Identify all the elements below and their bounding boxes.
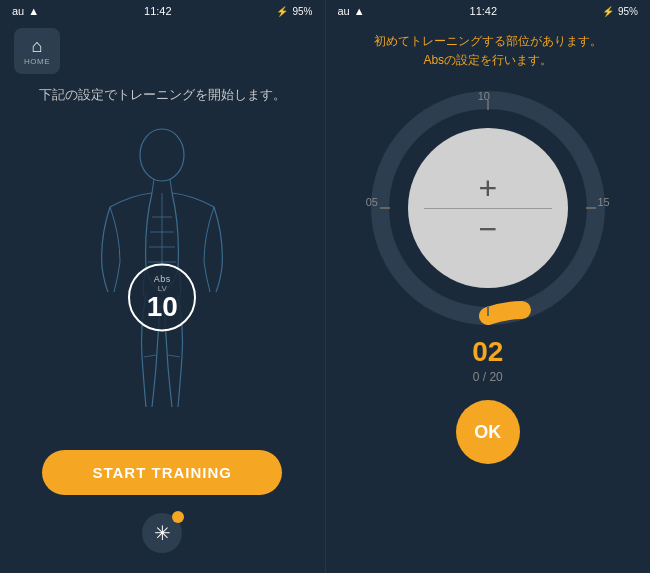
body-figure-container: Abs LV 10 [0,104,325,450]
home-label: HOME [24,57,50,66]
dial-minus-button[interactable]: − [478,213,497,245]
status-right-left: ⚡ 95% [276,6,312,17]
bt-icon-right: ⚡ [602,6,614,17]
right-message-line1: 初めてトレーニングする部位があります。 [374,34,602,48]
right-message-highlight: Abs [423,53,444,67]
svg-line-1 [152,179,154,193]
abs-level-value: 10 [147,293,178,321]
battery-left: 95% [292,6,312,17]
dial-container: 05 10 15 + − [368,88,608,328]
status-right-right: ⚡ 95% [602,6,638,17]
svg-line-8 [144,355,156,357]
bt-icon-left: ⚡ [276,6,288,17]
svg-line-2 [170,179,172,193]
dial-divider [424,208,552,209]
status-bar-right: au ▲ 11:42 ⚡ 95% [326,0,651,22]
ok-button[interactable]: OK [456,400,520,464]
progress-text: 0 / 20 [473,370,503,384]
current-value: 02 [472,336,503,368]
achievement-icon[interactable]: ✳ [142,513,182,553]
tick-label-15: 15 [598,196,610,208]
home-icon: ⌂ [32,36,43,57]
svg-point-0 [140,129,184,181]
carrier-left: au [12,5,24,17]
right-panel: au ▲ 11:42 ⚡ 95% 初めてトレーニングする部位があります。 Abs… [326,0,651,573]
time-left: 11:42 [144,5,172,17]
right-message-suffix: の設定を行います。 [444,53,552,67]
right-message: 初めてトレーニングする部位があります。 Absの設定を行います。 [374,32,602,70]
status-left: au ▲ [12,5,39,17]
battery-right: 95% [618,6,638,17]
carrier-right: au [338,5,350,17]
svg-line-9 [168,355,180,357]
tick-label-10: 10 [478,90,490,102]
status-bar-left: au ▲ 11:42 ⚡ 95% [0,0,325,22]
dial-plus-button[interactable]: + [478,172,497,204]
abs-badge-label: Abs [154,274,171,284]
tick-label-05: 05 [366,196,378,208]
time-right: 11:42 [470,5,498,17]
left-subtitle: 下記の設定でトレーニングを開始します。 [39,86,286,104]
left-panel: au ▲ 11:42 ⚡ 95% ⌂ HOME 下記の設定でトレーニングを開始し… [0,0,325,573]
dial-inner: + − [408,128,568,288]
right-message-line2: Absの設定を行います。 [423,53,552,67]
wifi-icon-right: ▲ [354,5,365,17]
abs-badge: Abs LV 10 [128,263,196,331]
home-button[interactable]: ⌂ HOME [14,28,60,74]
wifi-icon-left: ▲ [28,5,39,17]
start-training-button[interactable]: START TRAINING [42,450,282,495]
status-left-right: au ▲ [338,5,365,17]
achievement-symbol: ✳ [154,521,171,545]
